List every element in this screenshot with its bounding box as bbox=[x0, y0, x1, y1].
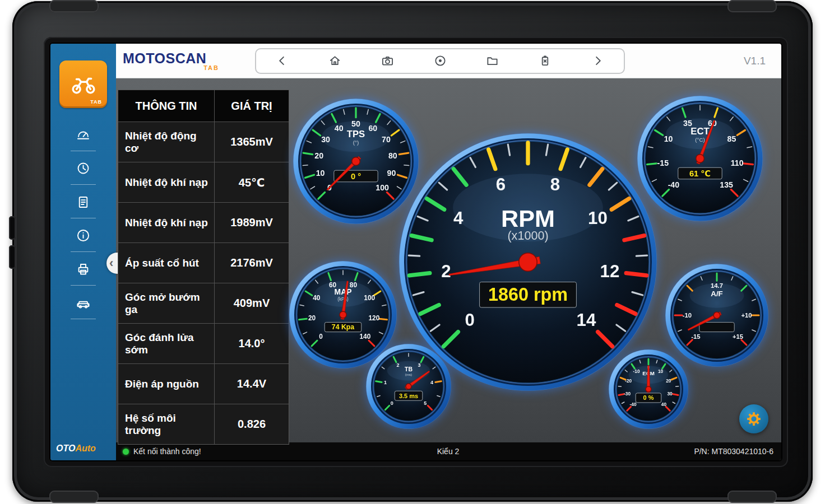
svg-text:40: 40 bbox=[661, 402, 667, 407]
sidebar-item-dashboard[interactable] bbox=[50, 118, 116, 151]
svg-text:4: 4 bbox=[430, 380, 433, 385]
connection-status: Kết nối thành công! bbox=[123, 447, 437, 456]
nav-home-button[interactable] bbox=[309, 49, 361, 73]
info-icon bbox=[76, 228, 91, 243]
svg-text:100: 100 bbox=[364, 294, 375, 302]
svg-text:(x1000): (x1000) bbox=[507, 228, 548, 242]
tablet-frame: TAB OTOAuto MOTOSCAN TAB V1.1 ‹ bbox=[12, 1, 813, 502]
svg-text:A/F: A/F bbox=[711, 290, 722, 298]
svg-text:4: 4 bbox=[453, 208, 464, 228]
svg-text:74 Kpa: 74 Kpa bbox=[332, 323, 354, 331]
svg-text:+15: +15 bbox=[733, 333, 743, 340]
version-label: V1.1 bbox=[744, 55, 766, 67]
camera-icon bbox=[381, 54, 394, 67]
mode-label: Kiểu 2 bbox=[437, 447, 460, 456]
nav-folder-button[interactable] bbox=[466, 49, 519, 73]
sidebar-item-vehicle[interactable] bbox=[50, 286, 116, 319]
brand-logo: MOTOSCAN TAB bbox=[123, 50, 219, 71]
svg-text:RPM: RPM bbox=[501, 205, 555, 232]
svg-text:-40: -40 bbox=[630, 402, 637, 407]
svg-text:30: 30 bbox=[321, 135, 330, 144]
page: TAB OTOAuto MOTOSCAN TAB V1.1 ‹ bbox=[0, 0, 825, 504]
svg-text:20: 20 bbox=[314, 151, 323, 160]
nav-record-button[interactable] bbox=[414, 49, 466, 73]
svg-text:3: 3 bbox=[418, 362, 421, 368]
nav-camera-button[interactable] bbox=[361, 49, 414, 73]
svg-text:14: 14 bbox=[576, 310, 596, 330]
svg-text:20: 20 bbox=[308, 314, 316, 322]
svg-text:-30: -30 bbox=[624, 391, 631, 396]
forward-icon bbox=[591, 54, 604, 67]
statusbar: Kết nối thành công! Kiểu 2 P/N: MT803042… bbox=[116, 442, 781, 460]
vehicle-icon bbox=[76, 295, 91, 310]
sidebar-item-history[interactable] bbox=[50, 151, 116, 185]
tb-gauge: 012345TB(ms)3.5 ms bbox=[359, 337, 458, 436]
svg-text:0: 0 bbox=[391, 400, 393, 406]
gear-icon bbox=[745, 410, 762, 427]
nav-battery-button[interactable] bbox=[519, 49, 572, 73]
svg-text:2: 2 bbox=[441, 262, 451, 281]
sidebar: TAB OTOAuto bbox=[50, 44, 116, 460]
footer-brand: OTOAuto bbox=[56, 444, 96, 454]
dashboard: ‹ THÔNG TIN GIÁ TRỊ Nhiệt độ động cơ1365… bbox=[116, 78, 781, 442]
dashboard-icon bbox=[76, 127, 91, 142]
footer-brand-main: OTO bbox=[56, 444, 75, 453]
report-icon bbox=[76, 194, 91, 209]
ecm-gauge: -40-30-20-10010203040ECM0 % bbox=[602, 343, 695, 436]
svg-text:1: 1 bbox=[384, 380, 387, 385]
part-number: P/N: MT8030421010-6 bbox=[459, 447, 773, 456]
svg-text:(kPa): (kPa) bbox=[337, 297, 349, 302]
nav-toolbar bbox=[255, 48, 625, 74]
svg-text:120: 120 bbox=[368, 314, 379, 322]
svg-text:1860 rpm: 1860 rpm bbox=[488, 284, 568, 305]
sidebar-item-printer[interactable] bbox=[50, 252, 116, 286]
svg-text:+10: +10 bbox=[741, 312, 752, 319]
svg-text:10: 10 bbox=[658, 368, 664, 374]
printer-icon bbox=[76, 262, 91, 277]
svg-text:70: 70 bbox=[382, 135, 391, 144]
record-icon bbox=[434, 54, 447, 67]
svg-text:40: 40 bbox=[335, 124, 344, 133]
topbar: MOTOSCAN TAB V1.1 bbox=[116, 44, 781, 78]
svg-text:12: 12 bbox=[600, 262, 620, 281]
nav-back-button[interactable] bbox=[256, 49, 309, 73]
svg-text:(°C): (°C) bbox=[695, 137, 705, 143]
svg-text:-20: -20 bbox=[625, 378, 632, 384]
sidebar-item-info[interactable] bbox=[50, 218, 116, 252]
svg-text:20: 20 bbox=[666, 378, 671, 384]
svg-text:2: 2 bbox=[396, 362, 399, 368]
svg-text:(ms): (ms) bbox=[405, 372, 412, 376]
home-icon bbox=[328, 54, 341, 67]
svg-text:8: 8 bbox=[550, 175, 560, 194]
connection-status-text: Kết nối thành công! bbox=[133, 447, 201, 456]
power-button[interactable] bbox=[9, 245, 16, 269]
svg-text:MAP: MAP bbox=[335, 287, 352, 296]
svg-text:-40: -40 bbox=[668, 180, 680, 189]
svg-text:10: 10 bbox=[316, 169, 325, 178]
svg-text:50: 50 bbox=[351, 119, 360, 128]
logo-tab-label: TAB bbox=[90, 99, 102, 105]
gauge-layer: 0102030405060708090100TPS(°)0 °-40-15103… bbox=[116, 78, 781, 442]
svg-text:14.7: 14.7 bbox=[711, 282, 723, 289]
footer-brand-accent: Auto bbox=[75, 444, 95, 453]
bumper bbox=[49, 0, 99, 12]
nav-forward-button[interactable] bbox=[571, 49, 624, 73]
svg-text:TB: TB bbox=[405, 366, 412, 372]
volume-button[interactable] bbox=[9, 216, 16, 240]
settings-button[interactable] bbox=[739, 404, 768, 433]
svg-text:ECT: ECT bbox=[690, 126, 710, 137]
svg-text:0 %: 0 % bbox=[643, 394, 654, 401]
svg-text:30: 30 bbox=[667, 391, 673, 396]
svg-text:61 ℃: 61 ℃ bbox=[689, 169, 711, 178]
svg-text:60: 60 bbox=[368, 124, 377, 133]
svg-text:-10: -10 bbox=[633, 368, 640, 374]
svg-text:-10: -10 bbox=[683, 312, 692, 319]
sidebar-item-report[interactable] bbox=[50, 185, 116, 218]
svg-text:10: 10 bbox=[588, 208, 608, 228]
svg-text:5: 5 bbox=[424, 400, 427, 406]
app-logo[interactable]: TAB bbox=[59, 60, 107, 108]
svg-text:-15: -15 bbox=[691, 333, 700, 340]
svg-text:(°): (°) bbox=[353, 139, 359, 146]
main-area: MOTOSCAN TAB V1.1 ‹ THÔNG TIN GIÁ TRỊ Nh… bbox=[116, 44, 781, 460]
svg-text:40: 40 bbox=[313, 294, 321, 302]
